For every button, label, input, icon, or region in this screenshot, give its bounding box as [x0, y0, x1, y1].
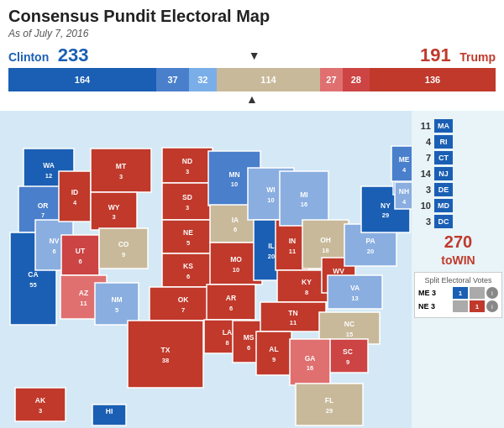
center-arrow-top: ▼ — [249, 49, 260, 62]
bar-segment-27: 27 — [320, 68, 342, 91]
state-WY: WY3 — [91, 192, 137, 230]
info-icon: i — [486, 300, 498, 312]
svg-rect-114 — [296, 384, 363, 425]
bar-segment-114: 114 — [217, 68, 321, 91]
state-KS: KS6 — [162, 253, 214, 287]
bar-segment-28: 28 — [343, 68, 370, 91]
legend-item-RI: 4 RI — [414, 135, 502, 149]
svg-rect-39 — [162, 148, 213, 183]
state-MI: MI16 — [280, 171, 328, 226]
svg-rect-36 — [95, 283, 139, 325]
legend-item-NJ: 14 NJ — [414, 167, 502, 180]
logo-270: 270 toWIN — [414, 233, 502, 267]
svg-rect-18 — [59, 171, 91, 222]
legend-item-CT: 7 CT — [414, 151, 502, 164]
state-MT: MT3 — [91, 149, 151, 192]
svg-rect-27 — [61, 235, 99, 275]
svg-rect-108 — [328, 339, 368, 373]
state-SD: SD3 — [162, 183, 213, 220]
legend-item-MD: 10 MD — [414, 199, 502, 212]
page-title: Consensus Pundit Electoral Map — [8, 7, 496, 26]
svg-rect-129 — [391, 146, 412, 181]
legend-item-MA: 11 MA — [414, 119, 502, 133]
bar-arrow-bottom: ▲ — [8, 92, 496, 106]
svg-rect-111 — [290, 339, 330, 385]
us-map-svg: WA12OR7CA55AK3HINV6ID4MT3WY3UT6AZ11CO9NM… — [0, 111, 412, 428]
svg-rect-10 — [15, 388, 66, 421]
svg-rect-21 — [91, 149, 151, 192]
svg-rect-87 — [260, 302, 326, 331]
state-VA: VA13 — [328, 275, 382, 309]
state-FL: FL29 — [296, 384, 363, 425]
clinton-label: Clinton 233 — [8, 44, 88, 66]
header: Consensus Pundit Electoral Map As of Jul… — [0, 0, 504, 111]
bar-segment-32: 32 — [189, 68, 217, 91]
svg-rect-45 — [162, 220, 214, 253]
svg-rect-48 — [162, 253, 214, 287]
split-row-NE3: NE 31i — [418, 300, 498, 312]
svg-rect-90 — [256, 331, 291, 375]
state-ME: ME4 — [391, 146, 412, 181]
state-NH: NH4 — [395, 182, 412, 209]
svg-rect-24 — [91, 192, 137, 230]
state-AR: AR6 — [207, 284, 255, 320]
svg-rect-93 — [280, 171, 328, 226]
state-CO: CO9 — [99, 228, 148, 269]
state-UT: UT6 — [61, 235, 99, 275]
bar-segment-136: 136 — [370, 68, 496, 91]
state-ID: ID4 — [59, 171, 91, 222]
state-TN: TN11 — [260, 302, 326, 331]
legend-item-DC: 3 DC — [414, 215, 502, 228]
state-NE: NE5 — [162, 220, 214, 253]
score-bar-container: Clinton 233 ▼ 191 Trump 1643732114272813… — [0, 43, 504, 111]
bar-segment-37: 37 — [156, 68, 189, 91]
legend-item-DE: 3 DE — [414, 183, 502, 196]
state-NM: NM5 — [95, 283, 139, 325]
svg-rect-126 — [395, 182, 412, 209]
state-GA: GA16 — [290, 339, 330, 385]
split-row-ME3: ME 31i — [418, 287, 498, 299]
legend-panel: 11 MA 4 RI 7 CT 14 NJ 3 DE 10 MD 3 DC 27… — [414, 119, 502, 318]
subtitle: As of July 7, 2016 — [8, 28, 496, 39]
state-HI: HI — [92, 405, 126, 425]
state-SC: SC9 — [328, 339, 368, 373]
info-icon: i — [486, 287, 498, 299]
split-votes-section: Split Electoral Votes ME 31iNE 31i — [414, 272, 502, 318]
svg-rect-42 — [162, 183, 213, 220]
svg-rect-13 — [92, 405, 126, 425]
svg-rect-33 — [99, 228, 148, 269]
state-AK: AK3 — [15, 388, 66, 421]
state-ND: ND3 — [162, 148, 213, 183]
state-TX: TX38 — [128, 321, 203, 388]
names-row: Clinton 233 ▼ 191 Trump — [8, 44, 496, 66]
state-AL: AL9 — [256, 331, 291, 375]
trump-label: 191 Trump — [420, 44, 496, 66]
svg-rect-66 — [207, 284, 255, 320]
electoral-bar: 16437321142728136 — [8, 68, 496, 91]
svg-rect-102 — [328, 275, 382, 309]
svg-rect-54 — [128, 321, 203, 388]
split-title: Split Electoral Votes — [418, 276, 498, 284]
bar-segment-164: 164 — [8, 68, 156, 91]
map-area: WA12OR7CA55AK3HINV6ID4MT3WY3UT6AZ11CO9NM… — [0, 111, 504, 428]
